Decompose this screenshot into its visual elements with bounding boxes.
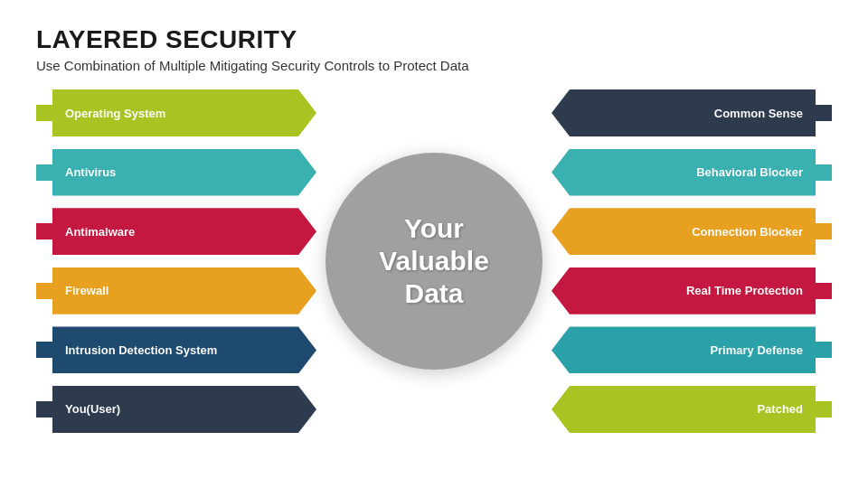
left-band-0: Operating System xyxy=(36,89,316,136)
left-band-bar-3: Firewall xyxy=(52,267,316,314)
left-band-label-4: Intrusion Detection System xyxy=(65,343,217,357)
slide-subtitle: Use Combination of Multiple Mitigating S… xyxy=(36,58,832,73)
circle-text: Your Valuable Data xyxy=(379,212,489,310)
right-band-square-5 xyxy=(816,401,832,418)
right-band-4: Primary Defense xyxy=(552,326,832,373)
circle-line3: Data xyxy=(404,278,463,308)
right-band-label-1: Behavioral Blocker xyxy=(696,165,803,179)
right-band-bar-0: Common Sense xyxy=(552,89,816,136)
left-band-square-2 xyxy=(36,223,52,239)
left-band-2: Antimalware xyxy=(36,208,316,255)
right-band-square-2 xyxy=(816,223,832,239)
left-band-square-5 xyxy=(36,401,52,418)
left-band-bar-2: Antimalware xyxy=(52,208,316,255)
right-band-square-0 xyxy=(816,105,832,121)
left-band-bar-4: Intrusion Detection System xyxy=(52,326,316,373)
slide-title: LAYERED SECURITY xyxy=(36,25,832,54)
right-band-label-2: Connection Blocker xyxy=(692,225,803,239)
right-band-bar-3: Real Time Protection xyxy=(552,267,816,314)
left-band-square-1 xyxy=(36,164,52,181)
right-band-square-1 xyxy=(816,164,832,181)
right-band-bar-2: Connection Blocker xyxy=(552,208,816,255)
right-band-bar-4: Primary Defense xyxy=(552,326,816,373)
right-band-label-3: Real Time Protection xyxy=(686,284,803,297)
left-band-4: Intrusion Detection System xyxy=(36,326,316,373)
left-band-bar-5: You(User) xyxy=(52,386,316,433)
left-band-label-5: You(User) xyxy=(65,402,120,416)
left-band-label-1: Antivirus xyxy=(65,165,116,179)
left-band-label-2: Antimalware xyxy=(65,225,135,239)
left-band-label-0: Operating System xyxy=(65,107,165,120)
circle-line2: Valuable xyxy=(379,246,489,276)
left-band-square-3 xyxy=(36,283,52,299)
diagram-area: Operating SystemAntivirusAntimalwareFire… xyxy=(36,89,832,433)
left-band-square-4 xyxy=(36,342,52,358)
right-column: Common SenseBehavioral BlockerConnection… xyxy=(552,89,832,433)
right-band-label-0: Common Sense xyxy=(714,107,803,120)
left-band-1: Antivirus xyxy=(36,149,316,196)
center-circle: Your Valuable Data xyxy=(326,153,542,370)
left-band-square-0 xyxy=(36,105,52,121)
right-band-0: Common Sense xyxy=(552,89,832,136)
right-band-3: Real Time Protection xyxy=(552,267,832,314)
right-band-bar-5: Patched xyxy=(552,386,816,433)
right-band-square-3 xyxy=(816,283,832,299)
right-band-5: Patched xyxy=(552,386,832,433)
left-band-5: You(User) xyxy=(36,386,316,433)
left-band-label-3: Firewall xyxy=(65,284,108,297)
left-band-bar-0: Operating System xyxy=(52,89,316,136)
right-band-label-5: Patched xyxy=(757,402,803,416)
right-band-2: Connection Blocker xyxy=(552,208,832,255)
left-band-3: Firewall xyxy=(36,267,316,314)
circle-line1: Your xyxy=(404,213,464,243)
right-band-1: Behavioral Blocker xyxy=(552,149,832,196)
left-band-bar-1: Antivirus xyxy=(52,149,316,196)
right-band-bar-1: Behavioral Blocker xyxy=(552,149,816,196)
left-column: Operating SystemAntivirusAntimalwareFire… xyxy=(36,89,316,433)
slide: LAYERED SECURITY Use Combination of Mult… xyxy=(0,0,868,488)
right-band-label-4: Primary Defense xyxy=(710,343,803,357)
right-band-square-4 xyxy=(816,342,832,358)
